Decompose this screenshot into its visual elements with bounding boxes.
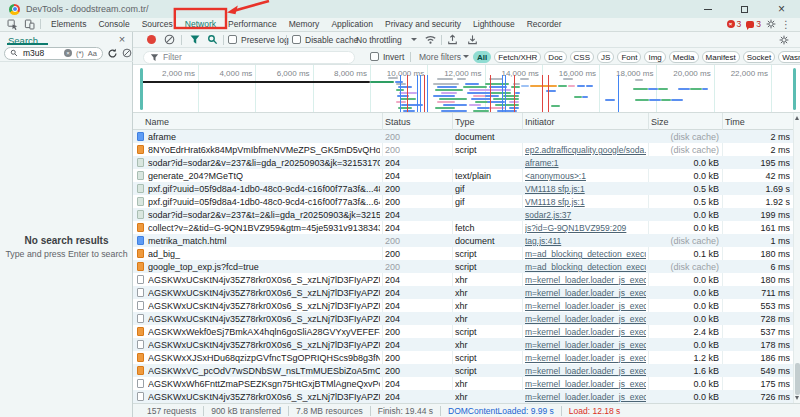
- device-toolbar-icon[interactable]: [24, 19, 35, 30]
- request-row[interactable]: collect?v=2&tid=G-9QN1BVZ959&gtm=45je593…: [133, 221, 793, 234]
- invert-checkbox[interactable]: [370, 48, 379, 65]
- tab-application[interactable]: Application: [325, 19, 379, 29]
- request-row[interactable]: ad_big_200scriptm=ad_blocking_detection_…: [133, 247, 793, 260]
- filter-pill-manifest[interactable]: Manifest: [702, 51, 740, 63]
- filter-pill-socket[interactable]: Socket: [743, 51, 775, 63]
- filter-pill-js[interactable]: JS: [597, 51, 614, 63]
- clear-results-icon[interactable]: [122, 48, 132, 58]
- dcl-event-line: [618, 75, 619, 113]
- request-row[interactable]: aframe200document(disk cache)2 ms: [133, 130, 793, 143]
- issues-badge[interactable]: 3: [746, 19, 761, 29]
- throttling-dropdown-arrow-icon[interactable]: [411, 32, 417, 49]
- overview-request-bar: [568, 85, 575, 87]
- tab-sources[interactable]: Sources: [136, 19, 179, 29]
- inspect-element-icon[interactable]: [7, 19, 18, 30]
- column-header-size[interactable]: Size: [651, 117, 669, 127]
- request-row[interactable]: AGSKWxUCsKtN4jv35Z78rkr0X0s6_S_xzLNj7lD3…: [133, 338, 793, 351]
- close-button[interactable]: ×: [763, 0, 800, 18]
- request-row[interactable]: AGSKWxUCsKtN4jv35Z78rkr0X0s6_S_xzLNj7lD3…: [133, 286, 793, 299]
- tab-console[interactable]: Console: [92, 19, 135, 29]
- tab-memory[interactable]: Memory: [283, 19, 326, 29]
- column-header-status[interactable]: Status: [385, 117, 411, 127]
- more-filters-arrow-icon[interactable]: [463, 48, 469, 65]
- filter-pill-fetch-xhr[interactable]: Fetch/XHR: [494, 51, 541, 63]
- request-row[interactable]: generate_204?MGeTtQ204text/plain<anonymo…: [133, 169, 793, 182]
- refresh-icon[interactable]: [107, 48, 118, 59]
- regex-toggle[interactable]: (*): [76, 49, 84, 58]
- column-divider[interactable]: [382, 113, 383, 130]
- record-network-log-button[interactable]: [147, 32, 156, 49]
- column-divider[interactable]: [522, 113, 523, 130]
- import-har-icon[interactable]: [447, 32, 458, 49]
- filter-pill-font[interactable]: Font: [617, 51, 641, 63]
- more-options-icon[interactable]: ⋮: [781, 19, 791, 30]
- column-header-type[interactable]: Type: [455, 117, 475, 127]
- cell-init: ep2.adtrafficquality.google/soda...: [525, 145, 646, 155]
- clear-network-log-icon[interactable]: [164, 32, 175, 49]
- network-settings-gear-icon[interactable]: [779, 32, 789, 49]
- search-panel: Search × m3u8 × (*) Aa No search results…: [0, 32, 133, 417]
- request-row[interactable]: pxf.gif?uuid=05f9d8a4-1db0-48c0-9cd4-c16…: [133, 182, 793, 195]
- filter-input[interactable]: Filter: [143, 51, 355, 64]
- column-divider[interactable]: [722, 113, 723, 130]
- request-row[interactable]: AGSKWxXJSxHDu68qzizpGVfncTSgOPRIQHScs9b8…: [133, 351, 793, 364]
- request-row[interactable]: pxf.gif?uuid=05f9d8a4-1db0-48c0-9cd4-c16…: [133, 195, 793, 208]
- network-conditions-icon[interactable]: [424, 32, 437, 49]
- request-row[interactable]: AGSKWxUCsKtN4jv35Z78rkr0X0s6_S_xzLNj7lD3…: [133, 312, 793, 325]
- filter-pill-img[interactable]: Img: [644, 51, 665, 63]
- column-divider[interactable]: [452, 113, 453, 130]
- request-row[interactable]: google_top_exp.js?fcd=true200scriptm=ad_…: [133, 260, 793, 273]
- search-input[interactable]: m3u8 × (*) Aa: [4, 47, 103, 60]
- clear-search-icon[interactable]: ×: [64, 49, 72, 57]
- export-har-icon[interactable]: [467, 32, 478, 49]
- script-file-icon: [137, 223, 144, 232]
- request-row[interactable]: metrika_match.html200documenttag.js:411(…: [133, 234, 793, 247]
- column-divider[interactable]: [648, 113, 649, 130]
- match-case-toggle[interactable]: Aa: [88, 49, 97, 58]
- filter-pill-wasm[interactable]: Wasm: [778, 51, 800, 63]
- request-row[interactable]: AGSKWxUCsKtN4jv35Z78rkr0X0s6_S_xzLNj7lD3…: [133, 299, 793, 312]
- filter-pill-all[interactable]: All: [473, 51, 491, 63]
- network-toolbar: Preserve log Disable cache No throttling: [133, 32, 800, 49]
- column-header-time[interactable]: Time: [725, 117, 745, 127]
- scroll-up-icon[interactable]: [795, 116, 799, 120]
- tab-lighthouse[interactable]: Lighthouse: [467, 19, 521, 29]
- close-search-panel-icon[interactable]: ×: [116, 33, 128, 45]
- filter-pill-css[interactable]: CSS: [570, 51, 594, 63]
- filter-pill-media[interactable]: Media: [669, 51, 699, 63]
- search-network-icon[interactable]: [207, 32, 218, 49]
- maximize-button[interactable]: [726, 0, 763, 18]
- overview-request-bar: [465, 83, 479, 85]
- request-row[interactable]: 8NYoEdrHrat6xk84MpVmIbfmeNVMeZPS_GK5mD5v…: [133, 143, 793, 156]
- network-overview-timeline[interactable]: 2,000 ms4,000 ms6,000 ms8,000 ms10,000 m…: [133, 65, 800, 113]
- tab-recorder[interactable]: Recorder: [521, 19, 568, 29]
- filter-toggle-icon[interactable]: [189, 32, 201, 49]
- request-row[interactable]: AGSKWxWekf0eSj7BmkAX4hqln6goSliA28GVYxyV…: [133, 325, 793, 338]
- cell-type: xhr: [455, 340, 517, 350]
- tab-privacy-and-security[interactable]: Privacy and security: [379, 19, 467, 29]
- tab-performance[interactable]: Performance: [222, 19, 283, 29]
- request-row[interactable]: AGSKWxWh6FnttZmaPSEZKsgn75HtGxjBTMlAgneQ…: [133, 377, 793, 390]
- column-header-name[interactable]: Name: [145, 117, 169, 127]
- scroll-down-icon[interactable]: [795, 396, 799, 400]
- settings-gear-icon[interactable]: [766, 19, 776, 29]
- filter-pill-doc[interactable]: Doc: [544, 51, 566, 63]
- scrollbar-thumb[interactable]: [795, 363, 800, 395]
- overview-left-handle[interactable]: [140, 68, 143, 110]
- request-row[interactable]: AGSKWxUCsKtN4jv35Z78rkr0X0s6_S_xzLNj7lD3…: [133, 273, 793, 286]
- more-filters-dropdown[interactable]: More filters: [419, 48, 461, 65]
- disable-cache-checkbox[interactable]: [292, 32, 301, 49]
- preserve-log-checkbox[interactable]: [228, 32, 237, 49]
- tab-network[interactable]: Network: [179, 19, 222, 29]
- minimize-button[interactable]: [689, 0, 726, 18]
- overview-right-handle[interactable]: [793, 68, 796, 110]
- column-header-initiator[interactable]: Initiator: [525, 117, 555, 127]
- request-row[interactable]: sodar?id=sodar2&v=237&li=gda_r20250903&j…: [133, 156, 793, 169]
- request-row[interactable]: AGSKWxVC_pcOdV7wSDNbSW_nsLTmMUESbiZoA5mO…: [133, 364, 793, 377]
- request-row[interactable]: sodar?id=sodar2&v=237&t=2&li=gda_r202509…: [133, 208, 793, 221]
- tab-elements[interactable]: Elements: [45, 19, 92, 29]
- console-errors-badge[interactable]: ×3: [727, 19, 742, 29]
- throttling-dropdown[interactable]: No throttling: [356, 32, 402, 49]
- request-row[interactable]: AGSKWxUCsKtN4jv35Z78rkr0X0s6_S_xzLNj7lD3…: [133, 390, 793, 403]
- scrollbar[interactable]: [793, 113, 800, 403]
